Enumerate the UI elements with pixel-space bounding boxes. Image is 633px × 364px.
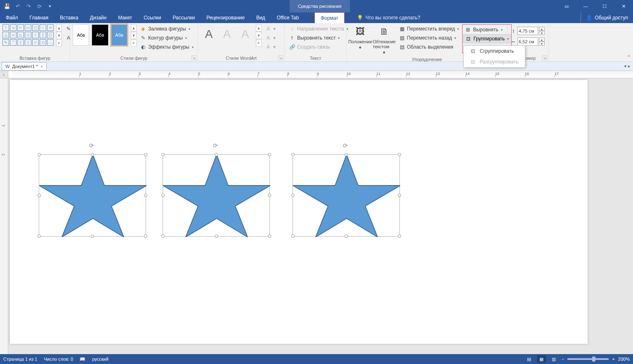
rotate-handle-1[interactable]: ⟳ bbox=[89, 142, 96, 149]
zoom-out[interactable]: − bbox=[562, 357, 564, 362]
gallery-up[interactable]: ▲ bbox=[56, 24, 62, 32]
gallery-more[interactable]: ꠵ bbox=[56, 39, 62, 47]
tab-insert[interactable]: Вставка bbox=[54, 12, 84, 23]
zoom-level[interactable]: 200% bbox=[618, 357, 630, 362]
style-gallery-up[interactable]: ▲ bbox=[131, 24, 137, 32]
shape-lb[interactable]: { bbox=[17, 39, 24, 46]
maximize-button[interactable]: ☐ bbox=[595, 0, 614, 12]
size-launcher[interactable]: ↘ bbox=[542, 55, 547, 60]
align-text[interactable]: ⫯Выровнять текст bbox=[287, 33, 350, 42]
page-scroll[interactable]: ⟳ ⟳ ⟳ bbox=[8, 78, 633, 354]
tab-review[interactable]: Рецензирование bbox=[201, 12, 250, 23]
wordart-2[interactable]: A bbox=[219, 24, 235, 44]
view-read[interactable]: ▤ bbox=[524, 355, 534, 363]
shape-tri[interactable]: △ bbox=[2, 32, 9, 38]
repeat-button[interactable]: ⟳ bbox=[35, 2, 44, 11]
wrap-text-button[interactable]: 🗎Обтекание текстом▾ bbox=[373, 24, 395, 56]
shape-dia[interactable]: ◇ bbox=[25, 32, 31, 38]
status-language[interactable]: русский bbox=[92, 357, 108, 362]
height-up[interactable]: ▲ bbox=[539, 27, 545, 31]
tab-officetab[interactable]: Office Tab bbox=[271, 12, 305, 23]
tab-format[interactable]: Формат bbox=[314, 12, 345, 23]
ruler-vertical[interactable]: 12 bbox=[0, 78, 8, 354]
shape-effects[interactable]: ◐Эффекты фигуры bbox=[138, 42, 195, 52]
save-button[interactable]: 💾 bbox=[2, 2, 12, 11]
shape-outline[interactable]: ✎Контур фигуры bbox=[138, 33, 195, 42]
shape-tri2[interactable]: ◺ bbox=[17, 32, 24, 38]
status-words[interactable]: Число слов: 0 bbox=[44, 357, 73, 362]
page[interactable]: ⟳ ⟳ ⟳ bbox=[10, 80, 588, 344]
document-tab-close[interactable]: × bbox=[40, 64, 43, 69]
bring-forward[interactable]: ▦Переместить вперед bbox=[397, 24, 461, 33]
align-button[interactable]: ⊞Выровнять bbox=[463, 25, 511, 34]
width-input[interactable] bbox=[517, 38, 538, 46]
shape-styles-launcher[interactable]: ↘ bbox=[191, 55, 196, 60]
collapse-ribbon[interactable]: ^ bbox=[625, 23, 633, 61]
redo-button[interactable]: ↷ bbox=[24, 2, 33, 11]
tab-design[interactable]: Дизайн bbox=[84, 12, 112, 23]
wa-gallery-down[interactable]: ▼ bbox=[256, 32, 262, 39]
width-down[interactable]: ▼ bbox=[539, 42, 545, 46]
shape-roundrect[interactable]: ▢ bbox=[32, 24, 39, 31]
shape-more[interactable]: … bbox=[47, 39, 54, 46]
text-outline[interactable]: A▾ bbox=[263, 33, 277, 42]
zoom-slider[interactable] bbox=[567, 358, 609, 360]
wa-gallery-up[interactable]: ▲ bbox=[256, 24, 262, 32]
share-button[interactable]: 👤 Общий доступ bbox=[581, 12, 633, 23]
view-web[interactable]: ▥ bbox=[549, 355, 558, 363]
doctab-dropdown[interactable]: ▼ bbox=[624, 64, 627, 68]
wordart-3[interactable]: A bbox=[237, 24, 253, 44]
tab-file[interactable]: Файл bbox=[0, 12, 24, 23]
shape-line[interactable]: \ bbox=[2, 24, 9, 31]
create-link[interactable]: 🔗Создать связь bbox=[287, 42, 350, 52]
rotate-handle-3[interactable]: ⟳ bbox=[343, 142, 350, 149]
shape-star-3[interactable]: ⟳ bbox=[293, 154, 400, 237]
shape-curve[interactable]: ~ bbox=[32, 32, 39, 38]
tab-home[interactable]: Главная bbox=[24, 12, 54, 23]
shape-arc[interactable]: ⌒ bbox=[10, 39, 17, 46]
status-page[interactable]: Страница 1 из 1 bbox=[3, 357, 37, 362]
status-proofing-icon[interactable]: 📖 bbox=[80, 357, 85, 362]
menu-ungroup[interactable]: ⊟Разгруппировать bbox=[464, 56, 525, 67]
doctab-menu[interactable]: ▸ bbox=[628, 63, 631, 69]
shape-star[interactable]: ☆ bbox=[32, 39, 39, 46]
shape-style-1[interactable]: Абв bbox=[73, 24, 89, 46]
wa-gallery-more[interactable]: ꠵ bbox=[256, 39, 262, 47]
shape-style-2[interactable]: Абв bbox=[92, 24, 108, 46]
shape-rb[interactable]: } bbox=[25, 39, 31, 46]
shape-brace[interactable]: } bbox=[40, 32, 46, 38]
height-down[interactable]: ▼ bbox=[539, 31, 545, 35]
tab-layout[interactable]: Макет bbox=[112, 12, 138, 23]
shape-hex[interactable]: ⬡ bbox=[47, 32, 54, 38]
shape-star-1[interactable]: ⟳ bbox=[39, 154, 146, 237]
shape-rect[interactable]: ▭ bbox=[25, 24, 31, 31]
wordart-launcher[interactable]: ↘ bbox=[278, 55, 283, 60]
wordart-1[interactable]: A bbox=[201, 24, 217, 44]
undo-button[interactable]: ↶ bbox=[13, 2, 22, 11]
shape-fill[interactable]: ◆Заливка фигуры bbox=[138, 24, 195, 33]
document-tab[interactable]: W Документ1 * × bbox=[2, 62, 47, 70]
height-input[interactable] bbox=[517, 27, 538, 35]
tab-references[interactable]: Ссылки bbox=[138, 12, 167, 23]
style-gallery-down[interactable]: ▼ bbox=[131, 32, 137, 39]
tab-mailings[interactable]: Рассылки bbox=[167, 12, 201, 23]
style-gallery-more[interactable]: ꠵ bbox=[131, 39, 137, 47]
shape-connector[interactable]: ⤷ bbox=[17, 24, 24, 31]
shape-arrow[interactable]: ↘ bbox=[10, 24, 17, 31]
shape-style-3[interactable]: Абв bbox=[111, 24, 128, 46]
shape-textbox[interactable]: A bbox=[47, 24, 54, 31]
text-effects[interactable]: A▾ bbox=[263, 42, 277, 52]
tell-me[interactable]: 💡 Что вы хотите сделать? bbox=[357, 12, 420, 23]
send-backward[interactable]: ▧Переместить назад bbox=[397, 33, 461, 42]
selection-pane[interactable]: ▤Область выделения bbox=[397, 42, 461, 52]
text-direction[interactable]: ↕Направление текста bbox=[287, 24, 350, 33]
width-up[interactable]: ▲ bbox=[539, 38, 545, 42]
shape-free[interactable]: ✎ bbox=[2, 39, 9, 46]
shape-rarrow[interactable]: ⇨ bbox=[10, 32, 17, 38]
shape-gallery[interactable]: \ ↘ ⤷ ▭ ▢ ○ A △ ⇨ ◺ ◇ ~ } ⬡ ✎ ⌒ { } ☆ ◻ bbox=[2, 24, 54, 46]
minimize-button[interactable]: — bbox=[576, 0, 595, 12]
tab-view[interactable]: Вид bbox=[250, 12, 271, 23]
zoom-in[interactable]: + bbox=[612, 357, 614, 362]
close-button[interactable]: ✕ bbox=[614, 0, 633, 12]
qat-customize[interactable]: ▼ bbox=[45, 2, 54, 11]
